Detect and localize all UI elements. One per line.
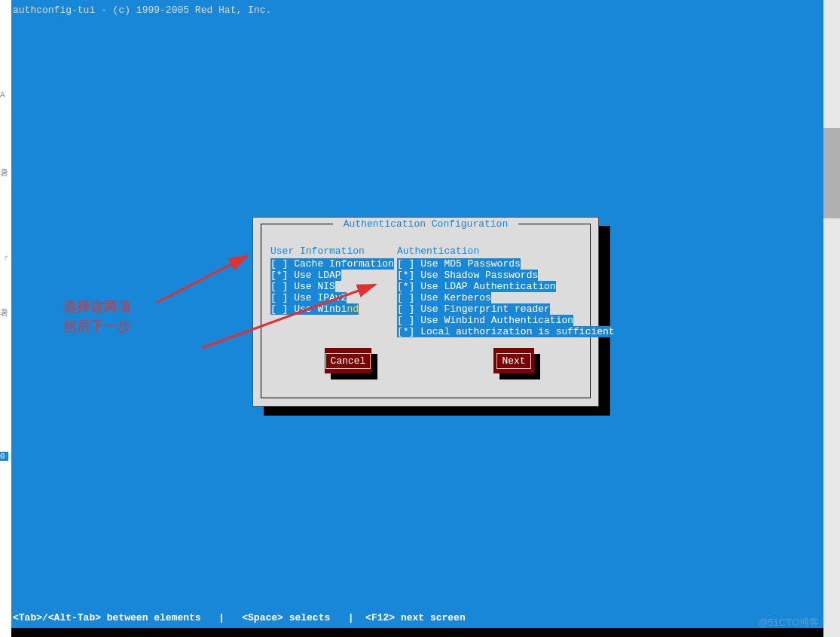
- user-info-header: User Information: [270, 245, 394, 257]
- checkbox-user-0[interactable]: [ ] Cache Information: [270, 258, 394, 270]
- annotation-text: 选择这两项 然后下一步: [63, 297, 131, 336]
- user-info-column: User Information [ ] Cache Information[*…: [270, 245, 394, 315]
- dialog-border: Authentication Configuration User Inform…: [261, 224, 591, 398]
- watermark: @51CTO博客: [758, 616, 819, 629]
- checkbox-user-2[interactable]: [ ] Use NIS: [270, 281, 394, 292]
- footer-hint: <Tab>/<Alt-Tab> between elements | <Spac…: [13, 612, 466, 623]
- app-title: authconfig-tui - (c) 1999-2005 Red Hat, …: [13, 5, 271, 16]
- terminal-screen: authconfig-tui - (c) 1999-2005 Red Hat, …: [11, 0, 823, 628]
- checkbox-auth-6[interactable]: [*] Local authorization is sufficient: [397, 326, 615, 337]
- checkbox-user-1[interactable]: [*] Use LDAP: [270, 270, 394, 281]
- checkbox-auth-3[interactable]: [ ] Use Kerberos: [397, 292, 615, 303]
- cancel-button[interactable]: Cancel: [325, 348, 371, 373]
- checkbox-user-4[interactable]: [ ] Use Winbind: [270, 303, 394, 315]
- checkbox-auth-0[interactable]: [ ] Use MD5 Passwords: [397, 258, 615, 270]
- checkbox-auth-5[interactable]: [ ] Use Winbind Authentication: [397, 315, 615, 326]
- checkbox-auth-1[interactable]: [*] Use Shadow Passwords: [397, 270, 615, 281]
- checkbox-user-3[interactable]: [ ] Use IPAv2: [270, 292, 394, 303]
- scrollbar-thumb[interactable]: [823, 128, 840, 218]
- auth-config-dialog: Authentication Configuration User Inform…: [252, 217, 599, 407]
- auth-header: Authentication: [397, 245, 615, 257]
- checkbox-auth-4[interactable]: [ ] Use Fingerprint reader: [397, 303, 615, 315]
- vertical-scrollbar[interactable]: [823, 0, 840, 637]
- authentication-column: Authentication [ ] Use MD5 Passwords[*] …: [397, 245, 615, 337]
- dialog-title: Authentication Configuration: [333, 218, 518, 230]
- left-margin: A 暑 『 暑 0: [0, 0, 11, 637]
- checkbox-auth-2[interactable]: [*] Use LDAP Authentication: [397, 281, 615, 292]
- next-button[interactable]: Next: [493, 348, 534, 373]
